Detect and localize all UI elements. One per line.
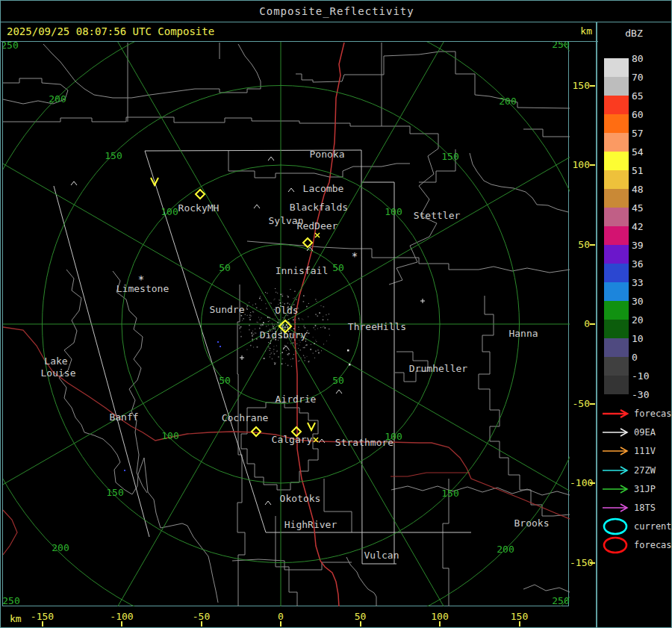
clutter-dot [293,320,293,321]
radar-map[interactable]: 2502001501005050100150200250501001502002… [1,1,672,628]
county-boundary-line [296,52,570,108]
range-ring-label: 150 [441,151,458,162]
clutter-dot [249,317,249,318]
clutter-dot [313,327,314,329]
clutter-dot [274,325,275,326]
peak-caret-icon [288,188,294,192]
clutter-dot [301,358,302,358]
bottom-axis-label: -50 [185,611,218,622]
track-label: 31JP [634,485,656,494]
clutter-dot [296,353,297,354]
clutter-dot [255,332,255,333]
clutter-dot [306,306,308,308]
scale-swatch [604,376,629,394]
range-ring-label: 100 [161,206,178,217]
clutter-dot [261,309,261,310]
clutter-dot [290,359,291,360]
clutter-dot [326,314,326,315]
clutter-dot [323,320,324,321]
clutter-dot [261,300,262,301]
clutter-dot [277,322,279,323]
clutter-dot [246,308,247,308]
clutter-dot [287,354,288,355]
clutter-dot [304,347,305,349]
range-ring-label: 250 [552,595,569,606]
city-label-innisfail: Innisfail [276,265,328,276]
clutter-dot [240,336,242,338]
scale-swatch [604,264,629,282]
clutter-dot [296,350,296,351]
clutter-dot [241,315,243,317]
clutter-dot [314,343,315,344]
clutter-dot [298,318,299,320]
range-ring-label: 100 [161,430,178,441]
clutter-dot [315,314,317,315]
clutter-dot [259,298,261,299]
clutter-dot [290,323,290,323]
clutter-dot [306,344,308,346]
clutter-dot [317,315,318,317]
clutter-dot [306,333,307,334]
clutter-dot [306,339,307,340]
bottom-axis-label: -150 [26,611,59,622]
clutter-dot [269,317,270,319]
clutter-dot [326,341,327,341]
scale-tick-label: 36 [632,259,666,269]
clutter-dot [252,341,253,341]
county-boundary-line [391,486,570,495]
county-boundary-line [43,44,261,98]
right-axis-label: 0 [570,318,590,329]
clutter-dot [271,308,272,308]
range-ring-label: 150 [441,488,458,499]
clutter-dot [263,358,264,359]
clutter-dot [299,320,299,320]
scale-tick-label: 51 [632,166,666,175]
clutter-dot [263,322,264,323]
clutter-dot [307,330,308,331]
clutter-dot [289,349,290,350]
clutter-dot [252,339,253,341]
bottom-axis-tick [201,621,202,627]
clutter-dot [246,305,248,307]
clutter-dot [285,363,286,364]
clutter-dot [246,349,247,350]
clutter-dot [249,319,251,320]
clutter-dot [274,299,275,299]
right-axis-tick [590,244,595,246]
clutter-dot [268,325,269,326]
clutter-dot [276,346,277,346]
track-arrow-icon [601,408,632,420]
range-ring-label: 250 [1,40,18,51]
clutter-dot [283,324,284,326]
clutter-dot [323,326,324,327]
clutter-dot [238,325,239,326]
county-boundary-line [523,129,570,137]
clutter-dot [285,326,286,326]
clutter-dot [302,319,302,320]
clutter-dot [274,362,275,363]
scale-swatch [604,114,629,133]
clutter-dot [255,333,256,334]
clutter-dot [308,361,309,361]
clutter-dot [250,345,252,346]
clutter-dot [310,349,311,350]
clutter-dot [296,299,297,300]
track-label: 111V [634,447,656,456]
clutter-dot [308,332,310,334]
scale-swatch [604,320,629,338]
clutter-dot [287,296,289,298]
clutter-dot [266,326,267,326]
clutter-dot [294,297,295,298]
clutter-dot [293,354,294,355]
clutter-dot [290,289,290,290]
blue-speck [220,346,221,347]
scale-tick-label: 65 [632,91,666,101]
clutter-dot [323,327,323,328]
clutter-dot [273,318,273,319]
clutter-dot [294,290,296,292]
clutter-dot [302,320,303,320]
county-boundary-line [3,117,382,126]
range-ring-label: 200 [49,93,66,105]
clutter-dot [276,324,277,325]
clutter-dot [313,353,314,354]
